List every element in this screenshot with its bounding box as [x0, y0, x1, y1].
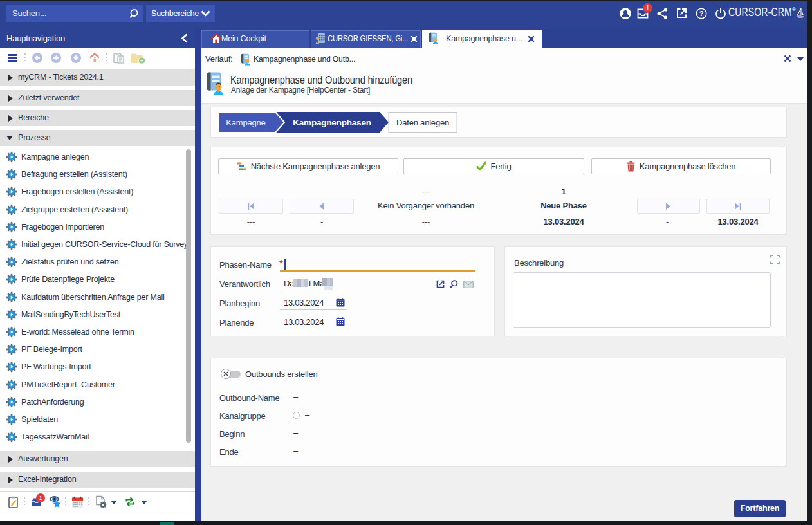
svg-text:Kampagnenphasen: Kampagnenphasen: [293, 118, 371, 127]
svg-text:Kampagne: Kampagne: [226, 118, 265, 127]
svg-text:Daten anlegen: Daten anlegen: [396, 118, 449, 127]
svg-text:?: ?: [699, 10, 704, 17]
